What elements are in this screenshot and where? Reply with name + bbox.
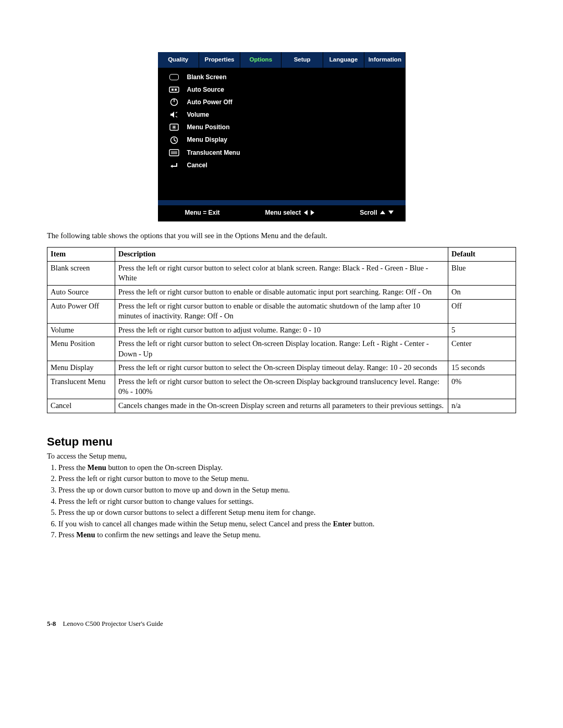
setup-heading: Setup menu bbox=[47, 434, 516, 450]
osd-item-label: Blank Screen bbox=[187, 73, 227, 81]
osd-item-menu-position: Menu Position bbox=[158, 121, 406, 133]
cell-default: 5 bbox=[448, 323, 516, 337]
cell-description: Press the left or right cursor button to… bbox=[115, 299, 448, 323]
arrow-left-icon bbox=[304, 210, 308, 215]
svg-rect-1 bbox=[172, 89, 174, 91]
cell-item: Auto Source bbox=[47, 285, 115, 299]
arrow-up-icon bbox=[380, 211, 385, 214]
svg-line-8 bbox=[174, 140, 176, 141]
arrow-right-icon bbox=[311, 210, 314, 215]
list-item: Press Menu to confirm the new settings a… bbox=[58, 529, 516, 541]
setup-intro: To access the Setup menu, bbox=[47, 451, 516, 462]
cell-description: Press the left or right cursor button to… bbox=[115, 323, 448, 337]
cell-description: Press the left or right cursor button to… bbox=[115, 361, 448, 375]
osd-footer-scroll-label: Scroll bbox=[360, 208, 377, 217]
intro-paragraph: The following table shows the options th… bbox=[47, 231, 516, 241]
cell-description: Press the left or right cursor button to… bbox=[115, 337, 448, 361]
osd-item-auto-source: Auto Source bbox=[158, 83, 406, 96]
cell-item: Translucent Menu bbox=[47, 375, 115, 399]
osd-item-cancel: Cancel bbox=[158, 159, 406, 171]
osd-tab-bar: QualityPropertiesOptionsSetupLanguageInf… bbox=[158, 52, 406, 68]
osd-tab-information: Information bbox=[364, 52, 405, 68]
table-row: Menu DisplayPress the left or right curs… bbox=[47, 361, 516, 375]
cell-item: Cancel bbox=[47, 399, 115, 413]
osd-item-label: Cancel bbox=[187, 161, 207, 169]
osd-tab-quality: Quality bbox=[158, 52, 199, 68]
cancel-icon bbox=[168, 161, 180, 169]
menu-display-icon bbox=[168, 136, 180, 144]
table-row: Translucent MenuPress the left or right … bbox=[47, 375, 516, 399]
th-default: Default bbox=[448, 248, 516, 262]
osd-item-label: Translucent Menu bbox=[187, 149, 240, 157]
osd-tab-options: Options bbox=[240, 52, 282, 68]
cell-item: Menu Display bbox=[47, 361, 115, 375]
th-description: Description bbox=[115, 248, 448, 262]
table-row: Auto Power OffPress the left or right cu… bbox=[47, 299, 516, 323]
osd-item-label: Volume bbox=[187, 110, 209, 119]
cell-default: Blue bbox=[448, 261, 516, 285]
menu-position-icon bbox=[168, 123, 180, 131]
volume-icon bbox=[168, 110, 180, 119]
osd-item-label: Auto Power Off bbox=[187, 98, 232, 106]
osd-item-label: Menu Display bbox=[187, 135, 227, 144]
table-row: Auto SourcePress the left or right curso… bbox=[47, 285, 516, 299]
osd-item-auto-power-off: Auto Power Off bbox=[158, 96, 406, 108]
table-row: VolumePress the left or right cursor but… bbox=[47, 323, 516, 337]
cell-description: Press the left or right cursor button to… bbox=[115, 375, 448, 399]
osd-body: Blank ScreenAuto SourceAuto Power OffVol… bbox=[158, 68, 406, 200]
table-row: Menu PositionPress the left or right cur… bbox=[47, 337, 516, 361]
cell-item: Menu Position bbox=[47, 337, 115, 361]
osd-tab-setup: Setup bbox=[282, 52, 323, 68]
list-item: Press the left or right cursor button to… bbox=[58, 473, 516, 485]
list-item: Press the left or right cursor button to… bbox=[58, 496, 516, 508]
blank-screen-icon bbox=[168, 73, 180, 81]
cell-default: n/a bbox=[448, 399, 516, 413]
cell-default: Center bbox=[448, 337, 516, 361]
cell-default: 0% bbox=[448, 375, 516, 399]
cell-item: Volume bbox=[47, 323, 115, 337]
options-table: Item Description Default Blank screenPre… bbox=[47, 247, 516, 413]
cell-description: Press the left or right cursor button to… bbox=[115, 261, 448, 285]
svg-rect-2 bbox=[175, 89, 177, 91]
bold-term: Menu bbox=[88, 463, 106, 472]
osd-item-label: Menu Position bbox=[187, 123, 230, 131]
list-item: If you wish to cancel all changes made w… bbox=[58, 519, 516, 530]
setup-steps: Press the Menu button to open the On-scr… bbox=[47, 462, 516, 541]
list-item: Press the up or down cursor buttons to s… bbox=[58, 507, 516, 519]
osd-item-translucent-menu: Translucent Menu bbox=[158, 146, 406, 159]
cell-item: Blank screen bbox=[47, 261, 115, 285]
arrow-down-icon bbox=[388, 211, 394, 214]
cell-default: 15 seconds bbox=[448, 361, 516, 375]
cell-description: Cancels changes made in the On-screen Di… bbox=[115, 399, 448, 413]
auto-power-off-icon bbox=[168, 98, 180, 106]
osd-item-menu-display: Menu Display bbox=[158, 133, 406, 146]
cell-default: On bbox=[448, 285, 516, 299]
osd-divider bbox=[158, 200, 406, 205]
th-item: Item bbox=[47, 248, 115, 262]
list-item: Press the up or down cursor button to mo… bbox=[58, 485, 516, 496]
osd-footer-menu-select-label: Menu select bbox=[265, 208, 301, 217]
osd-item-label: Auto Source bbox=[187, 85, 224, 94]
table-row: CancelCancels changes made in the On-scr… bbox=[47, 399, 516, 413]
bold-term: Enter bbox=[333, 520, 351, 528]
osd-footer: Menu = Exit Menu select Scroll bbox=[158, 205, 406, 221]
auto-source-icon bbox=[168, 85, 180, 94]
osd-footer-menu-select: Menu select bbox=[265, 208, 314, 217]
osd-footer-menu-exit: Menu = Exit bbox=[185, 208, 220, 217]
table-row: Blank screenPress the left or right curs… bbox=[47, 261, 516, 285]
osd-item-blank-screen: Blank Screen bbox=[158, 71, 406, 83]
bold-term: Menu bbox=[76, 530, 95, 539]
cell-default: Off bbox=[448, 299, 516, 323]
osd-footer-scroll: Scroll bbox=[360, 208, 394, 217]
translucent-menu-icon bbox=[168, 149, 180, 157]
osd-tab-properties: Properties bbox=[199, 52, 240, 68]
osd-item-volume: Volume bbox=[158, 108, 406, 121]
cell-item: Auto Power Off bbox=[47, 299, 115, 323]
svg-rect-0 bbox=[169, 87, 179, 92]
osd-menu-figure: QualityPropertiesOptionsSetupLanguageInf… bbox=[158, 52, 406, 221]
osd-tab-language: Language bbox=[323, 52, 364, 68]
cell-description: Press the left or right cursor button to… bbox=[115, 285, 448, 299]
list-item: Press the Menu button to open the On-scr… bbox=[58, 462, 516, 474]
